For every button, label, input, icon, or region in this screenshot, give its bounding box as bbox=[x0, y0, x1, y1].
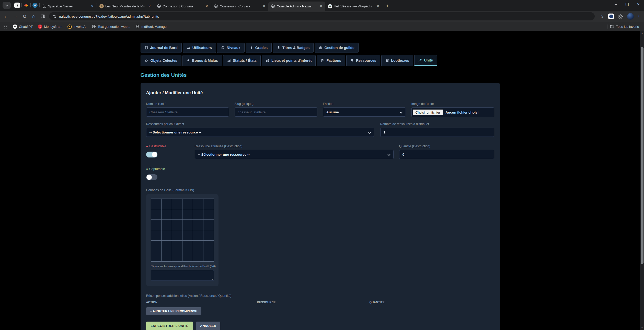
tab-unite[interactable]: Unité bbox=[414, 55, 437, 66]
grid-cell[interactable] bbox=[182, 209, 193, 219]
tab-close-icon[interactable]: ✕ bbox=[376, 4, 380, 8]
save-unit-button[interactable]: ENREGISTRER L'UNITÉ bbox=[146, 322, 193, 330]
pinned-tab-gemini[interactable] bbox=[22, 2, 30, 9]
browser-tab[interactable]: Connexion | Corvara ✕ bbox=[211, 2, 268, 11]
pinned-tab-wordpress[interactable]: W bbox=[31, 2, 39, 9]
home-button[interactable]: ⌂ bbox=[29, 12, 38, 21]
extensions-button[interactable] bbox=[616, 12, 625, 21]
grid-cell[interactable] bbox=[162, 209, 172, 219]
grid-cell[interactable] bbox=[182, 241, 193, 251]
tab-ressources[interactable]: Ressources bbox=[346, 55, 380, 66]
grid-cell[interactable] bbox=[172, 199, 182, 209]
page-scrollbar[interactable]: ▲ ▼ bbox=[640, 31, 644, 330]
add-reward-button[interactable]: + AJOUTER UNE RÉCOMPENSE bbox=[146, 307, 201, 315]
grid-cell[interactable] bbox=[172, 251, 182, 261]
maximize-button[interactable]: ▢ bbox=[622, 0, 633, 8]
tab-close-icon[interactable]: ✕ bbox=[90, 4, 95, 8]
grid-cell[interactable] bbox=[172, 241, 182, 251]
profile-avatar[interactable] bbox=[627, 13, 634, 20]
new-tab-button[interactable]: + bbox=[384, 2, 391, 9]
tab-objets-celestes[interactable]: Objets Célestes bbox=[141, 55, 181, 66]
grid-cell[interactable] bbox=[162, 230, 172, 240]
grid-cell[interactable] bbox=[193, 199, 203, 209]
browser-tab[interactable]: W Hel (déesse) — Wikipédia ✕ bbox=[325, 2, 382, 11]
browser-tab-active[interactable]: Console Admin - Nexus ✕ bbox=[268, 2, 325, 11]
faction-select[interactable]: Aucune bbox=[323, 107, 406, 117]
extension-pinned-button[interactable] bbox=[608, 14, 614, 19]
grid-cell[interactable] bbox=[162, 220, 172, 230]
grid-cell[interactable] bbox=[151, 230, 161, 240]
grid-cell[interactable] bbox=[203, 230, 214, 240]
grid-cell[interactable] bbox=[193, 251, 203, 261]
grid-cell[interactable] bbox=[151, 220, 161, 230]
nav-gestion-de-guilde[interactable]: Gestion de guilde bbox=[315, 43, 358, 53]
side-panel-button[interactable] bbox=[38, 12, 48, 21]
grid-cell[interactable] bbox=[182, 251, 193, 261]
nav-titres-badges[interactable]: Titres & Badges bbox=[273, 43, 314, 53]
scroll-down-arrow[interactable]: ▼ bbox=[640, 326, 644, 330]
grid-cell[interactable] bbox=[162, 199, 172, 209]
tab-statuts-etats[interactable]: Statuts / États bbox=[223, 55, 261, 66]
grid-cell[interactable] bbox=[203, 199, 214, 209]
forward-button[interactable]: → bbox=[11, 12, 20, 21]
grid-cell[interactable] bbox=[182, 230, 193, 240]
destructible-toggle[interactable] bbox=[146, 152, 157, 157]
grid-cell[interactable] bbox=[203, 209, 214, 219]
tab-close-icon[interactable]: ✕ bbox=[204, 4, 209, 8]
grid-cell[interactable] bbox=[172, 209, 182, 219]
scroll-up-arrow[interactable]: ▲ bbox=[640, 31, 644, 35]
tab-search-button[interactable] bbox=[3, 2, 11, 9]
destruction-qty-input[interactable] bbox=[399, 150, 494, 159]
browser-tab[interactable]: Connexion | Corvara ✕ bbox=[154, 2, 211, 11]
grid-cell[interactable] bbox=[193, 230, 203, 240]
distribute-input[interactable] bbox=[380, 128, 494, 137]
tab-factions[interactable]: Factions bbox=[317, 55, 345, 66]
grid-cell[interactable] bbox=[203, 220, 214, 230]
scrollbar-thumb[interactable] bbox=[641, 47, 643, 264]
cost-resource-select[interactable]: -- Sélectionner une ressource -- bbox=[146, 128, 374, 137]
tab-bonus-malus[interactable]: Bonus & Malus bbox=[182, 55, 222, 66]
tab-lieux-points-interet[interactable]: Lieux et points d'intérêt bbox=[262, 55, 316, 66]
nav-grades[interactable]: Grades bbox=[246, 43, 272, 53]
cancel-button[interactable]: ANNULER bbox=[196, 322, 220, 330]
browser-tab[interactable]: Les Neuf Mondes de la Mytholo ✕ bbox=[97, 2, 154, 11]
bookmark-star-button[interactable]: ☆ bbox=[597, 12, 606, 21]
grid-cell[interactable] bbox=[193, 209, 203, 219]
grid-cell[interactable] bbox=[172, 220, 182, 230]
close-button[interactable]: ✕ bbox=[633, 0, 644, 8]
grid-cell[interactable] bbox=[151, 199, 161, 209]
bookmark-item[interactable]: mdBook Manager bbox=[133, 23, 170, 30]
image-file-input[interactable]: Choisir un fichier Aucun fichier choisi bbox=[411, 107, 494, 117]
browser-tab[interactable]: Spacebar Server ✕ bbox=[40, 2, 97, 11]
grid-cell[interactable] bbox=[182, 199, 193, 209]
grid-cell[interactable] bbox=[151, 241, 161, 251]
name-input[interactable] bbox=[146, 107, 229, 117]
tab-close-icon[interactable]: ✕ bbox=[147, 4, 152, 8]
nav-journal-de-bord[interactable]: Journal de Bord bbox=[141, 43, 182, 53]
tab-close-icon[interactable]: ✕ bbox=[262, 4, 266, 8]
grid-cell[interactable] bbox=[193, 241, 203, 251]
nav-niveaux[interactable]: Niveaux bbox=[217, 43, 245, 53]
grid-cell[interactable] bbox=[162, 251, 172, 261]
grid-cell[interactable] bbox=[203, 251, 214, 261]
slug-input[interactable] bbox=[235, 107, 317, 117]
grid-cell[interactable] bbox=[203, 241, 214, 251]
grid-json-textarea[interactable] bbox=[151, 270, 214, 281]
reload-button[interactable]: ↻ bbox=[20, 12, 29, 21]
grid-cell[interactable] bbox=[151, 251, 161, 261]
choose-file-button[interactable]: Choisir un fichier bbox=[413, 109, 443, 115]
grid-cell[interactable] bbox=[182, 220, 193, 230]
bookmark-item[interactable]: Text generation web... bbox=[89, 23, 133, 30]
site-info-icon[interactable] bbox=[53, 15, 56, 18]
back-button[interactable]: ← bbox=[2, 12, 11, 21]
tab-lootboxes[interactable]: Lootboxes bbox=[381, 55, 413, 66]
apps-button[interactable] bbox=[1, 24, 10, 30]
tab-close-icon[interactable]: ✕ bbox=[319, 4, 323, 8]
browser-menu-button[interactable]: ⋮ bbox=[636, 14, 642, 19]
destruction-resource-select[interactable]: -- Sélectionner une ressource -- bbox=[195, 150, 394, 159]
capturable-toggle[interactable] bbox=[146, 174, 157, 180]
nav-utilisateurs[interactable]: Utilisateurs bbox=[183, 43, 216, 53]
grid-cell[interactable] bbox=[162, 241, 172, 251]
address-bar[interactable]: galactic-pve-conquest-c7fe.dev.flatlogic… bbox=[49, 12, 595, 20]
pinned-tab-chatgpt[interactable] bbox=[13, 2, 21, 9]
